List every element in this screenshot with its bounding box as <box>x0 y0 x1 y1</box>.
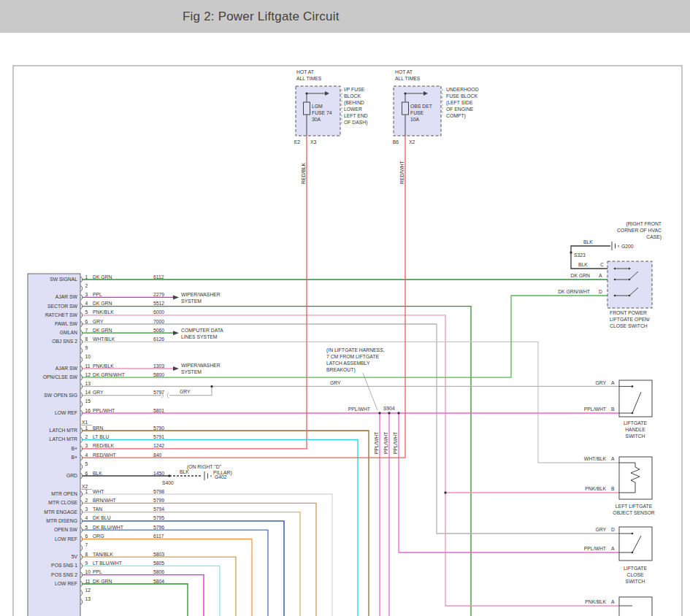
wire-color-label: DK GRN <box>93 579 112 584</box>
g402-ground-icon <box>204 471 211 480</box>
pin-bracket <box>81 285 83 291</box>
front-switch-caption: FRONT POWER <box>610 310 647 315</box>
wire-color-label: GRY <box>93 319 104 324</box>
labels: HOT AT ALL TIMES LGM FUSE 74 30A I/P FUS… <box>82 69 662 604</box>
fuse1-terminal-id: E2 <box>294 139 301 145</box>
pin-bracket <box>81 446 83 452</box>
hot-at-label: ALL TIMES <box>296 76 322 81</box>
circuit-number: 1450 <box>153 471 164 476</box>
wire-color-label: BLK <box>93 471 102 476</box>
left-liftgate-object-sensor <box>619 457 652 499</box>
pin-function-label: LATCH MTR <box>50 428 77 433</box>
fuse1-desc: (BEHIND <box>344 100 364 106</box>
pin-number: 9 <box>85 561 88 566</box>
circuit-number: 5806 <box>153 569 164 574</box>
wire-color-label: DK GRN/WHT <box>93 372 125 377</box>
gry-inline-label: GRY <box>180 389 191 394</box>
fuse1-desc: OF DASH) <box>344 120 367 126</box>
pin-number: 6 <box>85 319 88 324</box>
pin-bracket <box>81 464 83 470</box>
pin-function-label: POS SNS 1 <box>51 563 77 568</box>
circuit-number: 5799 <box>153 498 164 503</box>
contact-dot <box>632 533 634 535</box>
wire-blk-g200 <box>571 246 610 269</box>
pin-number: 14 <box>85 390 91 395</box>
pin-number: 4 <box>85 453 88 458</box>
pin-bracket <box>81 527 83 533</box>
fuse2-terminal-dot <box>404 92 406 94</box>
pin-bracket <box>81 374 83 380</box>
pin-letter: A <box>599 273 602 278</box>
fuse2-desc: FUSE BLOCK <box>446 93 478 99</box>
pin-function-label: SW SIGNAL <box>50 277 77 282</box>
pin-function-label: MTR CLOSE <box>48 500 77 505</box>
pin-number: 6 <box>85 534 88 539</box>
circuit-number: 7000 <box>153 319 164 324</box>
page: Fig 2: Power Liftgate Circuit <box>0 0 690 616</box>
handle-switch-caption: LIFTGATE <box>624 420 647 426</box>
pin-function-label: AJAR SW <box>55 294 78 299</box>
liftgate-close-switch <box>619 527 652 561</box>
fuse1-terminal-dot <box>305 92 307 94</box>
pin-letter: A <box>611 546 615 551</box>
pin-bracket <box>81 277 83 282</box>
wire-color-label: TAN <box>93 507 102 512</box>
pin-letter: A <box>611 456 615 461</box>
wire-label: WHT/BLK <box>584 456 607 461</box>
pin-function-label: RATCHET SW <box>45 312 78 317</box>
pin-bracket <box>81 536 83 542</box>
hot-at-label: HOT AT <box>395 69 413 74</box>
circuit-number: 5796 <box>153 525 164 530</box>
red-blk-vertical-label: RED/BLK <box>301 162 306 184</box>
fuse2-terminal-id: B6 <box>393 139 399 145</box>
wire-color-label: DK BLU <box>93 515 111 520</box>
pin-function-label: LOW REF <box>55 581 77 586</box>
wire-label: GRY <box>595 380 606 385</box>
wire-color-label: BRN/WHT <box>93 498 116 503</box>
wire-color-label: DK BLU/WHT <box>93 525 123 530</box>
connector-x1-label: X1 <box>82 420 88 425</box>
pin-function-label: PAWL SW <box>55 321 78 326</box>
pin-bracket <box>81 304 83 309</box>
g402-id: G402 <box>215 474 227 480</box>
wire-gry-5797-riser <box>169 386 212 395</box>
fuse2-connector-id: X2 <box>409 139 415 145</box>
wire-color-label: ORG <box>93 534 104 539</box>
wire-label: PNK/BLK <box>585 599 606 604</box>
pin-bracket <box>81 500 83 506</box>
wire-brn-wht-5799 <box>83 503 316 616</box>
right-liftgate-object-sensor <box>619 597 652 616</box>
fuse1-name: LGM <box>312 104 323 109</box>
pin-bracket <box>81 321 83 327</box>
computer-data-arrow <box>173 331 179 335</box>
pin-bracket <box>81 410 83 416</box>
s904-label: S904 <box>383 406 395 411</box>
pin-number: 1 <box>85 274 88 280</box>
wire-color-label: RED/BLK <box>93 443 115 448</box>
connector-x2-label: X2 <box>82 484 88 489</box>
wire-label: PPL/WHT <box>584 546 606 551</box>
fuse2-rating: 10A <box>410 117 420 122</box>
pin-bracket <box>81 436 83 442</box>
pin-number: 11 <box>85 579 91 584</box>
pin-number: 4 <box>85 515 88 520</box>
pin-bracket <box>81 599 83 605</box>
pin-function-label: LOW REF <box>55 536 77 542</box>
pin-number: 6 <box>85 471 88 476</box>
pin-bracket <box>81 393 83 399</box>
circuit-number: 5797 <box>153 390 164 395</box>
wire-dk-grn-5804 <box>83 584 188 616</box>
junction-dot <box>444 491 446 493</box>
wire-dk-grn-5512 <box>83 307 471 616</box>
gry-mid-label: GRY <box>330 380 341 385</box>
pin-bracket <box>81 330 83 336</box>
wire-label: DK GRN <box>571 273 591 278</box>
wire-label: DK GRN/WHT <box>558 289 590 294</box>
pin-number: 1 <box>85 489 88 494</box>
pin-letter: D <box>599 289 602 294</box>
circuit-number: 5512 <box>153 301 164 306</box>
pin-bracket <box>81 455 83 461</box>
s904-leader-line <box>363 373 377 410</box>
pin-function-label: OPN/CLSE SW <box>43 374 78 380</box>
figure-title-bar: Fig 2: Power Liftgate Circuit <box>0 0 690 33</box>
